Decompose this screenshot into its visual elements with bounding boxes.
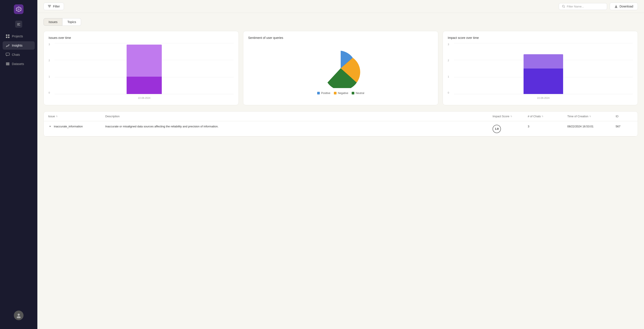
- sidebar-item-label: Chats: [12, 53, 20, 56]
- pie-legend: Positive Negative Neutral: [317, 92, 364, 95]
- y-label: 3: [448, 43, 449, 46]
- svg-line-13: [8, 44, 9, 46]
- y-label: 3: [48, 43, 50, 46]
- filter-name-placeholder: Filter Name...: [567, 5, 584, 8]
- svg-line-11: [6, 46, 7, 47]
- svg-rect-6: [17, 25, 20, 25]
- content-area: Issues Topics Issues over time 3 2 1: [37, 13, 644, 329]
- svg-rect-17: [6, 64, 9, 64]
- svg-rect-8: [8, 34, 10, 36]
- bar-segment-bottom: [126, 77, 162, 94]
- bar-chart-impact: 3 2 1 0: [448, 43, 633, 100]
- header-time-of-creation[interactable]: Time of Creation ⇅: [567, 115, 616, 118]
- header-num-chats[interactable]: # of Chats ⇅: [528, 115, 567, 118]
- download-label: Download: [620, 4, 633, 8]
- sidebar: Projects Insights Chats Datas: [0, 0, 37, 329]
- tab-topics[interactable]: Topics: [62, 18, 81, 26]
- issue-name: inaccurate_information: [54, 125, 83, 128]
- svg-rect-5: [17, 24, 19, 24]
- pie-chart-svg: [319, 48, 363, 88]
- search-icon: [562, 5, 565, 8]
- app-logo[interactable]: [14, 4, 24, 14]
- sidebar-item-projects[interactable]: Projects: [3, 32, 35, 40]
- svg-point-19: [18, 314, 20, 316]
- svg-rect-16: [6, 63, 9, 63]
- main-content: Filter Filter Name... Download: [37, 0, 644, 329]
- header-description[interactable]: Description: [105, 115, 492, 118]
- legend-negative-label: Negative: [338, 92, 348, 95]
- collapse-sidebar-button[interactable]: [15, 21, 22, 28]
- filter-icon: [48, 4, 51, 8]
- download-icon: [614, 4, 618, 8]
- sort-icon-time: ⇅: [589, 115, 591, 117]
- y-label: 2: [448, 59, 449, 62]
- sidebar-item-label: Insights: [12, 44, 22, 47]
- legend-negative: Negative: [334, 92, 348, 95]
- avatar[interactable]: [14, 311, 24, 320]
- y-label: 2: [48, 59, 50, 62]
- header-issue[interactable]: Issue ⇅: [48, 115, 105, 118]
- num-chats-cell: 3: [528, 124, 567, 128]
- svg-rect-10: [8, 37, 10, 38]
- issues-over-time-chart: Issues over time 3 2 1 0: [44, 31, 239, 105]
- svg-rect-18: [6, 64, 9, 65]
- x-label-impact: 22-08-2024: [454, 97, 633, 99]
- filter-button[interactable]: Filter: [44, 3, 64, 10]
- sidebar-item-chats[interactable]: Chats: [3, 50, 35, 59]
- legend-positive: Positive: [317, 92, 330, 95]
- id-cell: 567: [616, 124, 633, 128]
- chart-title-issues: Issues over time: [48, 36, 234, 39]
- y-label: 0: [48, 91, 50, 94]
- table-header: Issue ⇅ Description Impact Score ⇅ # of …: [44, 112, 638, 121]
- svg-line-14: [9, 44, 10, 45]
- bar-segment-bottom-impact: [524, 68, 563, 94]
- sidebar-item-label: Datasets: [12, 62, 24, 66]
- row-expand-button[interactable]: ▼: [48, 124, 52, 128]
- svg-rect-4: [17, 23, 20, 24]
- legend-neutral: Neutral: [352, 92, 364, 95]
- y-label: 0: [448, 91, 449, 94]
- description-cell: Inaccurate or misaligned data sources af…: [105, 124, 492, 129]
- legend-neutral-label: Neutral: [356, 92, 364, 95]
- tab-group: Issues Topics: [44, 18, 638, 26]
- topbar-actions: Filter Name... Download: [559, 3, 638, 10]
- positive-dot: [317, 92, 320, 94]
- sort-icon-chats: ⇅: [542, 115, 543, 117]
- filter-name-search[interactable]: Filter Name...: [559, 3, 607, 10]
- time-of-creation-cell: 08/22/2024 16:53:01: [567, 124, 616, 128]
- svg-rect-7: [6, 34, 8, 36]
- sidebar-item-datasets[interactable]: Datasets: [3, 60, 35, 68]
- dataset-icon: [6, 62, 10, 66]
- sidebar-item-label: Projects: [12, 34, 23, 38]
- legend-positive-label: Positive: [321, 92, 330, 95]
- svg-rect-9: [6, 37, 8, 38]
- neutral-dot: [352, 92, 354, 94]
- issues-table: Issue ⇅ Description Impact Score ⇅ # of …: [44, 111, 638, 137]
- y-label: 1: [48, 75, 50, 78]
- sidebar-item-insights[interactable]: Insights: [3, 41, 35, 50]
- pie-chart-container: Positive Negative Neutral: [248, 43, 433, 100]
- row-issue-cell: ▼ inaccurate_information: [48, 124, 105, 128]
- filter-label: Filter: [53, 4, 60, 8]
- sentiment-chart: Sentiment of user queries: [243, 31, 438, 105]
- svg-point-24: [562, 5, 564, 7]
- sort-icon-issue: ⇅: [56, 115, 58, 117]
- sort-icon-impact: ⇅: [510, 115, 512, 117]
- chart-title-impact: Impact score over time: [448, 36, 633, 39]
- header-impact-score[interactable]: Impact Score ⇅: [492, 115, 528, 118]
- x-label-issues: 22-08-2024: [55, 97, 234, 99]
- tab-issues[interactable]: Issues: [44, 18, 62, 26]
- sidebar-nav: Projects Insights Chats Datas: [0, 32, 37, 69]
- svg-point-20: [17, 316, 21, 318]
- y-label: 1: [448, 75, 449, 78]
- grid-icon: [6, 34, 10, 38]
- topbar: Filter Filter Name... Download: [37, 0, 644, 13]
- chart-title-sentiment: Sentiment of user queries: [248, 36, 433, 39]
- bar-segment-top-impact: [524, 54, 563, 68]
- download-button[interactable]: Download: [610, 3, 638, 10]
- svg-line-25: [564, 7, 565, 8]
- header-id: ID: [616, 115, 633, 118]
- impact-score-chart: Impact score over time 3 2 1 0: [443, 31, 638, 105]
- bar-segment-top: [126, 44, 162, 77]
- impact-score-badge: 1.9: [492, 125, 501, 133]
